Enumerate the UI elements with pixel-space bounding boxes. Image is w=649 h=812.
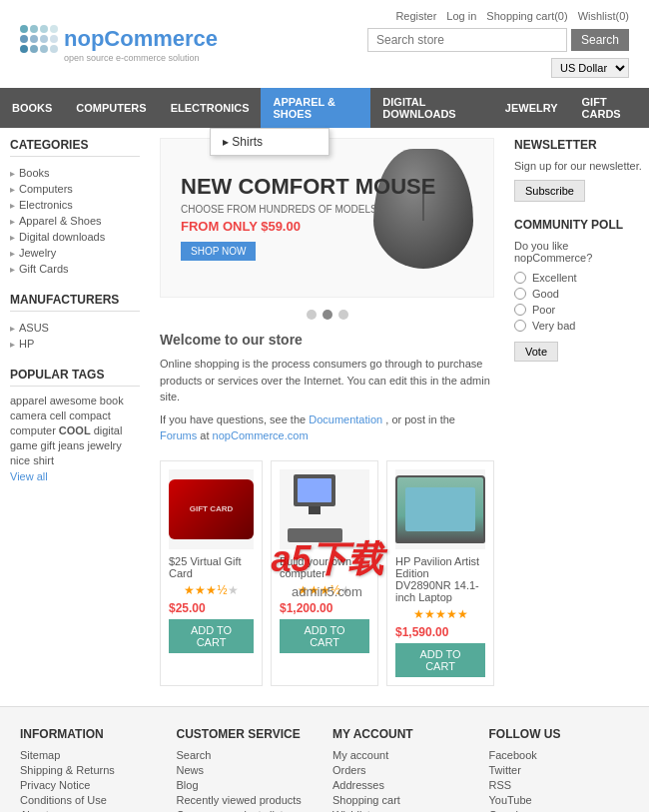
footer-link-sitemap[interactable]: Sitemap: [20, 749, 161, 761]
footer-link-conditions[interactable]: Conditions of Use: [20, 794, 161, 806]
poll-radio-excellent[interactable]: [514, 272, 526, 284]
logo-nop: nop: [64, 26, 104, 51]
poll-option-good[interactable]: Good: [514, 288, 644, 300]
poll-option-verybad[interactable]: Very bad: [514, 320, 644, 332]
sidebar-link-books[interactable]: Books: [19, 167, 50, 179]
tag-digital[interactable]: digital: [94, 424, 123, 436]
nav-digital[interactable]: DIGITAL DOWNLOADS: [370, 88, 492, 128]
sidebar-item-hp[interactable]: ▸ HP: [10, 336, 140, 352]
search-input[interactable]: [367, 28, 567, 52]
footer-link-shipping[interactable]: Shipping & Returns: [20, 764, 161, 776]
search-bar: Search: [367, 28, 629, 52]
nav-electronics[interactable]: ELECTRONICS: [159, 94, 262, 122]
footer-link-orders[interactable]: Orders: [332, 764, 473, 776]
sidebar-link-asus[interactable]: ASUS: [19, 322, 49, 334]
tag-nice[interactable]: nice: [10, 454, 30, 466]
footer-link-twitter[interactable]: Twitter: [489, 764, 630, 776]
footer-link-addresses[interactable]: Addresses: [332, 779, 473, 791]
sidebar-link-jewelry[interactable]: Jewelry: [19, 247, 56, 259]
tag-cool[interactable]: COOL: [59, 424, 91, 436]
sidebar-link-apparel[interactable]: Apparel & Shoes: [19, 215, 102, 227]
add-to-cart-button-1[interactable]: Add to cart: [169, 619, 254, 653]
footer-link-news[interactable]: News: [177, 764, 318, 776]
sidebar-item-books[interactable]: ▸ Books: [10, 165, 140, 181]
sidebar-link-electronics[interactable]: Electronics: [19, 199, 73, 211]
subscribe-button[interactable]: Subscribe: [514, 180, 585, 202]
nav-apparel[interactable]: APPAREL & SHOES: [261, 88, 370, 128]
sidebar-link-giftcards[interactable]: Gift Cards: [19, 263, 69, 275]
sidebar-item-computers[interactable]: ▸ Computers: [10, 181, 140, 197]
slider-dot-3[interactable]: [338, 310, 348, 320]
footer-link-blog[interactable]: Blog: [177, 779, 318, 791]
tag-shirt[interactable]: shirt: [33, 454, 54, 466]
footer-link-youtube[interactable]: YouTube: [489, 794, 630, 806]
sidebar-item-giftcards[interactable]: ▸ Gift Cards: [10, 261, 140, 277]
footer-link-compare[interactable]: Compare products list: [177, 809, 318, 813]
add-to-cart-button-2[interactable]: Add to cart: [280, 619, 369, 653]
view-all-tags-link[interactable]: View all: [10, 470, 140, 482]
footer-link-privacy[interactable]: Privacy Notice: [20, 779, 161, 791]
product-stars-3: ★★★★★: [395, 607, 485, 621]
currency-select[interactable]: US Dollar: [551, 58, 629, 78]
shop-now-button[interactable]: SHOP NOW: [181, 242, 256, 261]
categories-title: CATEGORIES: [10, 138, 140, 157]
cart-link[interactable]: Shopping cart(0): [486, 10, 567, 22]
tag-apparel[interactable]: apparel: [10, 395, 47, 406]
nav-jewelry[interactable]: JEWELRY: [493, 94, 570, 122]
register-link[interactable]: Register: [395, 10, 436, 22]
documentation-link[interactable]: Documentation: [309, 413, 382, 425]
tag-gift[interactable]: gift: [41, 439, 56, 451]
wishlist-link[interactable]: Wishlist(0): [578, 10, 629, 22]
add-to-cart-button-3[interactable]: Add to cart: [395, 643, 485, 677]
footer-link-my-account[interactable]: My account: [332, 749, 473, 761]
nav-books[interactable]: BOOKS: [0, 94, 64, 122]
footer-link-wishlist[interactable]: Wishlist: [332, 809, 473, 813]
newsletter-section: NEWSLETTER Sign up for our newsletter. S…: [514, 138, 644, 202]
footer-link-recently-viewed[interactable]: Recently viewed products: [177, 794, 318, 806]
product-image-3: [395, 469, 485, 549]
poll-option-poor[interactable]: Poor: [514, 304, 644, 316]
sidebar-item-digital[interactable]: ▸ Digital downloads: [10, 229, 140, 245]
forums-link[interactable]: Forums: [160, 429, 197, 441]
nav-computers[interactable]: COMPUTERS: [64, 94, 158, 122]
sidebar-link-computers[interactable]: Computers: [19, 183, 73, 195]
slider-dot-2[interactable]: [323, 310, 332, 320]
slider-dot-1[interactable]: [307, 310, 317, 320]
product-image-1: [169, 469, 254, 549]
footer-link-shopping-cart[interactable]: Shopping cart: [332, 794, 473, 806]
search-button[interactable]: Search: [571, 29, 629, 51]
poll-option-excellent[interactable]: Excellent: [514, 272, 644, 284]
poll-radio-poor[interactable]: [514, 304, 526, 316]
footer-follow-us: FOLLOW US Facebook Twitter RSS YouTube G…: [489, 727, 630, 813]
nav-gift-cards[interactable]: GIFT CARDS: [570, 88, 649, 128]
tag-book[interactable]: book: [100, 395, 124, 406]
sidebar-item-apparel[interactable]: ▸ Apparel & Shoes: [10, 213, 140, 229]
sidebar-link-digital[interactable]: Digital downloads: [19, 231, 105, 243]
poll-radio-verybad[interactable]: [514, 320, 526, 332]
arrow-icon: ▸: [10, 232, 15, 243]
poll-radio-good[interactable]: [514, 288, 526, 300]
tag-game[interactable]: game: [10, 439, 38, 451]
footer-link-rss[interactable]: RSS: [489, 779, 630, 791]
tag-camera[interactable]: camera: [10, 409, 47, 421]
tag-jewelry[interactable]: jewelry: [88, 439, 122, 451]
sidebar-link-hp[interactable]: HP: [19, 338, 34, 350]
tag-jeans[interactable]: jeans: [58, 439, 84, 451]
nopcommerce-link[interactable]: nopCommerce.com: [213, 429, 309, 441]
dropdown-shirts[interactable]: ▸ Shirts: [211, 129, 328, 155]
footer-link-about[interactable]: About us: [20, 809, 161, 813]
footer-link-facebook[interactable]: Facebook: [489, 749, 630, 761]
sidebar-item-asus[interactable]: ▸ ASUS: [10, 320, 140, 336]
tag-compact[interactable]: compact: [69, 409, 111, 421]
tag-computer[interactable]: computer: [10, 424, 56, 436]
tag-cell[interactable]: cell: [50, 409, 67, 421]
logo-tagline: open source e-commerce solution: [64, 53, 218, 63]
login-link[interactable]: Log in: [446, 10, 476, 22]
footer-link-search[interactable]: Search: [177, 749, 318, 761]
footer-link-googleplus[interactable]: Google+: [489, 809, 630, 813]
footer-follow-us-title: FOLLOW US: [489, 727, 630, 741]
sidebar-item-jewelry[interactable]: ▸ Jewelry: [10, 245, 140, 261]
tag-awesome[interactable]: awesome: [50, 395, 97, 406]
sidebar-item-electronics[interactable]: ▸ Electronics: [10, 197, 140, 213]
vote-button[interactable]: Vote: [514, 342, 558, 362]
